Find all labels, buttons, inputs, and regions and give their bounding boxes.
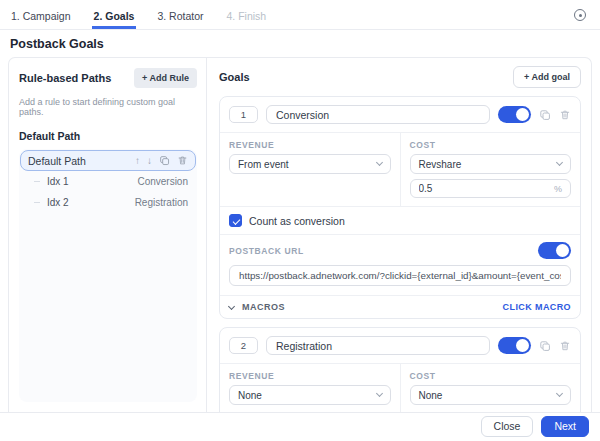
cost-value: None	[419, 390, 443, 401]
default-path-section-label: Default Path	[19, 130, 197, 142]
goal-index-badge: 2	[229, 337, 258, 354]
revenue-select[interactable]: None	[229, 385, 391, 405]
add-goal-button[interactable]: + Add goal	[513, 66, 581, 88]
tree-item-idx1[interactable]: Idx 1 Conversion	[20, 171, 196, 192]
cost-label: COST	[410, 140, 572, 150]
revenue-label: REVENUE	[229, 371, 391, 381]
paths-hint: Add a rule to start defining custom goal…	[19, 97, 197, 117]
goal-name-input[interactable]	[266, 105, 490, 124]
postback-toggle[interactable]	[538, 242, 571, 259]
duplicate-goal-icon[interactable]	[539, 340, 551, 352]
macros-expander[interactable]: MACROS	[229, 302, 285, 312]
chevron-down-icon	[228, 302, 235, 309]
revenue-label: REVENUE	[229, 140, 391, 150]
cost-select[interactable]: Revshare	[410, 154, 572, 174]
toggle-knob	[556, 244, 569, 257]
move-up-icon[interactable]: ↑	[135, 156, 140, 166]
next-button[interactable]: Next	[541, 416, 589, 437]
delete-goal-icon[interactable]	[559, 109, 571, 121]
tab-goals[interactable]: 2. Goals	[92, 2, 137, 29]
revenue-select[interactable]: From event	[229, 154, 391, 174]
postback-goals-container: Rule-based Paths + Add Rule Add a rule t…	[8, 57, 592, 412]
tree-item-idx2[interactable]: Idx 2 Registration	[20, 192, 196, 213]
toggle-knob	[516, 108, 529, 121]
tree-guide-line	[34, 181, 40, 182]
target-dot	[579, 14, 582, 17]
tree-item-goal: Conversion	[137, 176, 188, 187]
target-circle-icon[interactable]	[574, 9, 586, 21]
tree-item-label: Idx 2	[47, 197, 135, 208]
duplicate-icon[interactable]	[159, 155, 170, 166]
cost-value: Revshare	[419, 159, 462, 170]
goals-panel: Goals + Add goal 1 REVENUE Fro	[207, 58, 591, 412]
chevron-down-icon	[556, 390, 563, 397]
page-title: Postback Goals	[10, 37, 104, 51]
chevron-down-icon	[556, 159, 563, 166]
toggle-knob	[516, 339, 529, 352]
path-name: Default Path	[28, 155, 135, 167]
tree-item-label: Idx 1	[47, 176, 137, 187]
cost-amount-field[interactable]: %	[410, 179, 572, 198]
goal-card-1: 1 REVENUE From event	[219, 96, 581, 319]
paths-panel-title: Rule-based Paths	[19, 72, 111, 84]
goal-name-input[interactable]	[266, 336, 490, 355]
percent-suffix: %	[554, 184, 562, 194]
revenue-value: None	[238, 390, 262, 401]
postback-url-label: POSTBACK URL	[229, 246, 304, 256]
goal-enabled-toggle[interactable]	[498, 337, 531, 354]
cost-label: COST	[410, 371, 572, 381]
count-as-conversion-checkbox[interactable]	[229, 214, 242, 227]
postback-url-input[interactable]	[229, 265, 571, 286]
duplicate-goal-icon[interactable]	[539, 109, 551, 121]
close-button[interactable]: Close	[481, 416, 534, 437]
delete-icon[interactable]	[177, 155, 188, 166]
goal-index-badge: 1	[229, 106, 258, 123]
goal-enabled-toggle[interactable]	[498, 106, 531, 123]
tree-guide-line	[34, 202, 40, 203]
tab-rotator[interactable]: 3. Rotator	[155, 2, 205, 29]
chevron-down-icon	[375, 390, 382, 397]
tab-finish: 4. Finish	[225, 2, 269, 29]
goals-panel-title: Goals	[219, 71, 250, 83]
cost-select[interactable]: None	[410, 385, 572, 405]
delete-goal-icon[interactable]	[559, 340, 571, 352]
tab-campaign[interactable]: 1. Campaign	[9, 2, 73, 29]
footer-action-bar: Close Next	[0, 412, 600, 441]
chevron-down-icon	[375, 159, 382, 166]
goal-card-2: 2 REVENUE None	[219, 327, 581, 412]
cost-amount-input[interactable]	[419, 183, 554, 194]
click-macro-link[interactable]: CLICK MACRO	[503, 302, 571, 312]
revenue-value: From event	[238, 159, 289, 170]
add-rule-button[interactable]: + Add Rule	[134, 68, 197, 88]
wizard-tab-bar: 1. Campaign 2. Goals 3. Rotator 4. Finis…	[0, 0, 600, 30]
count-as-conversion-label: Count as conversion	[249, 215, 345, 227]
macros-label: MACROS	[242, 302, 285, 312]
move-down-icon[interactable]: ↓	[147, 156, 152, 166]
tree-item-goal: Registration	[135, 197, 188, 208]
path-list: Default Path ↑ ↓ Idx 1 Conversion	[19, 149, 197, 402]
path-item-default[interactable]: Default Path ↑ ↓	[20, 150, 196, 171]
rule-paths-panel: Rule-based Paths + Add Rule Add a rule t…	[9, 58, 207, 412]
